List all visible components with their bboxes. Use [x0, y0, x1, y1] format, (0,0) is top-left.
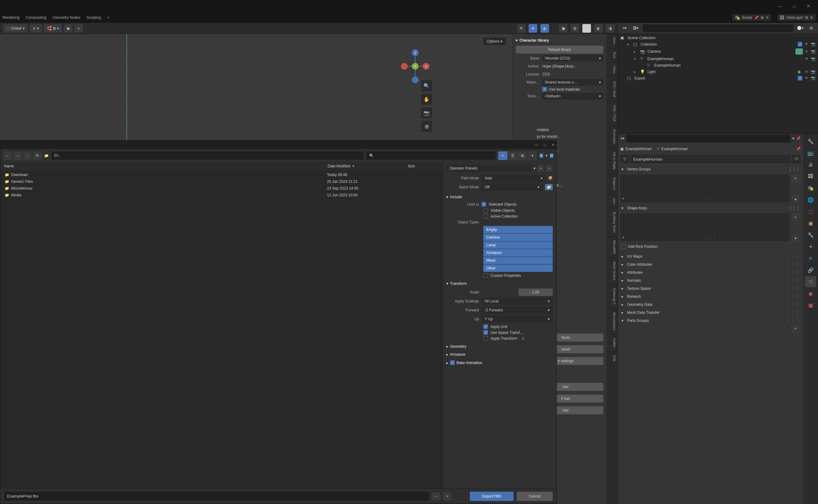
transform-header[interactable]: ▾Transform — [446, 279, 553, 287]
new-folder[interactable]: 📁 — [44, 154, 49, 158]
use-local-check[interactable]: ✓ — [542, 87, 547, 92]
tree-collection[interactable]: ▾▢Collection✓👁📷 — [618, 41, 818, 47]
gizmo-toggle[interactable]: ✥ — [529, 24, 537, 33]
usespace-check[interactable]: ✓ — [483, 330, 488, 335]
datablock-icon[interactable]: ▽ — [620, 155, 629, 163]
ptab-modifier[interactable]: 🔧 — [805, 229, 816, 240]
export-include[interactable]: ✓ — [798, 76, 802, 80]
file-search[interactable]: 🔍 — [366, 152, 496, 160]
ptab-particle[interactable]: ✦ — [805, 241, 816, 252]
eye-icon[interactable]: 👁 — [805, 70, 808, 74]
ptab-collection[interactable]: ▢ — [805, 206, 816, 217]
geomdata-header[interactable]: ▸Geometry Data⋮⋮⋮ — [620, 301, 801, 309]
pathmode-dropdown[interactable]: Auto▾ — [482, 174, 546, 182]
shading-wireframe[interactable]: ⊞ — [571, 24, 579, 33]
vg-add[interactable]: + — [791, 174, 800, 182]
window-minimize[interactable]: — — [773, 1, 787, 11]
bakeanim-check[interactable]: ✓ — [450, 360, 455, 365]
props-mode[interactable]: ≡▾ — [620, 136, 624, 141]
ntab-gaffer[interactable]: Gaffer — [606, 334, 618, 351]
file-row[interactable]: 📁Media12 Jun 2023 10:04 — [3, 192, 440, 199]
forward-dropdown[interactable]: -Z Forward▾ — [482, 306, 553, 314]
sk-menu[interactable]: ⋮⋮⋮ — [788, 206, 800, 210]
bakeanim-header[interactable]: ▸✓Bake Animation — [446, 358, 553, 366]
objtype-camera[interactable]: Camera — [483, 234, 553, 241]
vertexgroups-header[interactable]: ▾Vertex Groups⋮⋮⋮ — [620, 165, 801, 173]
include-header[interactable]: ▾Include — [446, 192, 553, 200]
ntab-osm[interactable]: osm — [606, 194, 618, 208]
preset-add[interactable]: + — [537, 165, 544, 172]
filename-minus[interactable]: − — [432, 492, 440, 500]
scale-field[interactable]: 1.00 — [519, 289, 553, 296]
filename-plus[interactable]: + — [443, 492, 451, 500]
menu-compositing[interactable]: Compositing — [26, 15, 46, 20]
nav-forward[interactable]: → — [13, 151, 22, 160]
colorattrs-header[interactable]: ▸Color Attributes⋮⋮⋮ — [620, 260, 801, 268]
vertexgroups-list[interactable]: ▸⋮⋮⋮ — [620, 174, 790, 202]
ptab-material[interactable]: ◉ — [805, 288, 816, 299]
outliner-filter[interactable]: ⚪▾ — [796, 24, 804, 32]
ntab-animation[interactable]: Animation — [606, 125, 618, 148]
delete-scene-icon[interactable]: ✕ — [766, 15, 769, 20]
scene-selector[interactable]: 🎭 Scene 📌 ⊞ ✕ — [732, 14, 771, 21]
file-row[interactable]: 📁Miscellenous23 Sep 2023 14:50 — [3, 185, 440, 192]
props-pin[interactable]: 📌 — [796, 136, 801, 141]
settings-button[interactable]: ⚙ — [550, 154, 553, 158]
proportional-curve[interactable]: ∿ — [74, 24, 83, 33]
ptab-physics[interactable]: ⚛ — [805, 253, 816, 264]
actcol-check[interactable] — [483, 214, 488, 219]
objtype-empty[interactable]: Empty — [483, 226, 553, 233]
objtype-lamp[interactable]: Lamp — [483, 241, 553, 249]
collection-include[interactable]: ✓ — [798, 42, 802, 47]
ntab-blendar[interactable]: BlendAR — [606, 237, 618, 258]
pg-add[interactable]: + — [791, 325, 800, 333]
partsgroups-list[interactable] — [620, 325, 790, 331]
filter-dropdown[interactable]: ▾ — [546, 154, 548, 158]
pan-button[interactable]: ✋ — [421, 94, 432, 105]
shapekeys-list[interactable]: ▸⋮⋮⋮ — [620, 213, 790, 241]
textures-dropdown[interactable]: <Default>▾ — [542, 93, 603, 100]
tree-camera[interactable]: ▸📷Camera👁📷 — [618, 47, 818, 55]
shading-material[interactable]: ◐ — [594, 24, 603, 33]
visibility-selector[interactable]: 👁 — [517, 24, 526, 33]
batch-own-dir[interactable]: 📁 — [545, 184, 553, 190]
ptab-output[interactable]: 🖨 — [805, 159, 816, 170]
menu-rendering[interactable]: Rendering — [2, 15, 19, 20]
attributes-header[interactable]: ▸Attributes⋮⋮⋮ — [620, 268, 801, 277]
nav-back[interactable]: ← — [3, 151, 12, 160]
ntab-flagrum[interactable]: Flagrum — [606, 174, 618, 194]
ntab-meshonline[interactable]: Mesh Online — [606, 258, 618, 285]
sk-add[interactable]: + — [791, 213, 800, 221]
datablock-name[interactable] — [630, 155, 791, 163]
col-name[interactable]: Name — [4, 164, 327, 168]
meshdatatransfer-header[interactable]: ▸Mesh Data Transfer⋮⋮⋮ — [620, 309, 801, 317]
file-row[interactable]: 📁Generic Files25 Jan 2024 21:21 — [3, 178, 440, 185]
ntab-tool[interactable]: Tool — [606, 48, 618, 62]
selobj-check[interactable]: ✓ — [482, 202, 486, 207]
col-date[interactable]: Date Modified ▼ — [327, 164, 408, 168]
eye-icon[interactable]: 👁 — [805, 42, 808, 47]
export-fbx-button[interactable]: Export FBX — [470, 492, 513, 501]
new-scene-icon[interactable]: ⊞ — [761, 15, 764, 20]
add-workspace[interactable]: + — [107, 15, 109, 20]
character-library-header[interactable]: ▾Character library — [516, 36, 603, 44]
fb-minimize[interactable]: — — [535, 143, 538, 147]
viewport-options[interactable]: Options ▾ — [483, 38, 506, 45]
uvmaps-header[interactable]: ▸UV Maps⋮⋮⋮ — [620, 252, 801, 260]
cancel-button[interactable]: Cancel — [517, 492, 553, 501]
ntab-item[interactable]: Item — [606, 34, 618, 48]
ptab-texture[interactable]: ▦ — [805, 300, 816, 311]
xray-toggle[interactable]: ▣ — [559, 24, 568, 33]
tree-scene-collection[interactable]: ▣Scene Collection — [618, 35, 818, 41]
applyunit-check[interactable]: ✓ — [483, 324, 488, 329]
outliner-display[interactable]: 🖼▾ — [631, 24, 640, 32]
path-input[interactable]: D:\ — [51, 152, 364, 160]
tree-examplehuman[interactable]: ▾▽ExampleHuman👁📷 — [618, 55, 818, 62]
eye-icon[interactable]: 👁 — [805, 49, 808, 54]
view-detail[interactable]: ☰ — [508, 151, 517, 160]
view-thumb[interactable]: ⊞ — [518, 151, 527, 160]
materials-dropdown[interactable]: Shared textures o…▾ — [542, 79, 603, 86]
ntab-softwrap[interactable]: Softwrap 2 — [606, 285, 618, 309]
embed-icon[interactable]: 📦 — [548, 176, 553, 180]
file-row[interactable]: 📁DownloadToday 08:48 — [3, 171, 440, 178]
